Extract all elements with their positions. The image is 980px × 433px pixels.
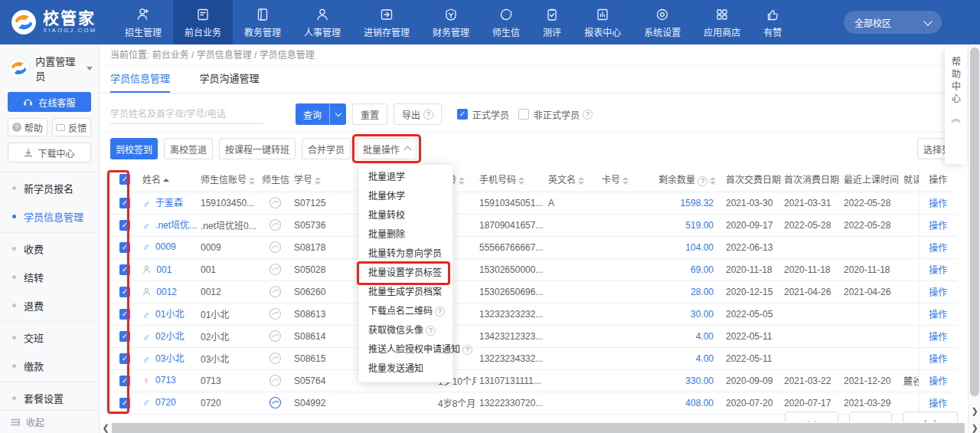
nav-item-sschat[interactable]: 师生信 — [481, 0, 531, 44]
nav-item-settings[interactable]: 系统设置 — [632, 0, 692, 44]
sidebar-item-student-info[interactable]: 学员信息管理 — [0, 202, 99, 231]
row-action-link[interactable]: 操作 — [929, 354, 947, 365]
column-header-remaining[interactable]: 剩余数量 — [658, 175, 695, 185]
feedback-button[interactable]: 反馈 — [52, 118, 92, 136]
row-checkbox[interactable] — [119, 376, 130, 386]
sschat-icon[interactable] — [269, 396, 282, 409]
student-name-link[interactable]: 02小北 — [155, 331, 184, 342]
row-checkbox[interactable] — [119, 331, 130, 342]
row-checkbox[interactable] — [119, 242, 130, 253]
row-action-link[interactable]: 操作 — [929, 399, 947, 409]
sort-icon[interactable] — [578, 177, 584, 185]
vertical-scrollbar[interactable]: ❯ ❯ — [968, 44, 980, 433]
student-name-link[interactable]: 0012 — [156, 287, 177, 297]
student-name-link[interactable]: 03小北 — [155, 353, 184, 364]
arrive-signin-button[interactable]: 到校签到 — [110, 138, 158, 159]
reset-button[interactable]: 重置 — [352, 103, 387, 125]
sort-icon[interactable] — [622, 177, 629, 185]
column-header-campus[interactable]: 就读 — [903, 175, 919, 185]
row-action-link[interactable]: 操作 — [929, 198, 947, 209]
sort-icon[interactable] — [315, 177, 321, 185]
sort-icon[interactable] — [518, 177, 524, 185]
user-menu[interactable]: 内置管理员 — [0, 44, 99, 90]
vertical-scrollbar-thumb[interactable] — [970, 48, 979, 396]
menu-item-batch-generate-archive[interactable]: 批量生成学员档案 — [359, 283, 452, 302]
row-checkbox[interactable] — [119, 287, 130, 297]
row-checkbox[interactable] — [119, 398, 130, 408]
row-action-link[interactable]: 操作 — [929, 243, 947, 254]
nav-item-inventory[interactable]: 进销存管理 — [352, 0, 421, 44]
sort-icon[interactable] — [163, 179, 169, 183]
row-checkbox[interactable] — [119, 264, 130, 275]
nav-item-hr[interactable]: 人事管理 — [292, 0, 352, 44]
menu-item-download-qrcode[interactable]: 下载点名二维码? — [359, 302, 452, 321]
menu-item-get-wechat-avatar[interactable]: 获取微信头像? — [359, 321, 452, 340]
menu-item-batch-delete[interactable]: 批量删除 — [359, 225, 452, 244]
query-dropdown-toggle[interactable] — [329, 103, 346, 125]
student-name-link[interactable]: 01小北 — [155, 309, 184, 320]
leave-signout-button[interactable]: 离校签退 — [164, 138, 213, 159]
column-header-first-pay[interactable]: 首次交费日期 — [726, 175, 781, 185]
online-service-button[interactable]: 在线客服 — [8, 92, 91, 112]
sidebar-item-package[interactable]: 套餐设置 — [0, 384, 99, 412]
menu-item-push-face-auth[interactable]: 推送人脸授权申请通知? — [359, 340, 452, 359]
horizontal-scrollbar-thumb[interactable] — [112, 423, 965, 433]
student-name-link[interactable]: 001 — [156, 264, 172, 275]
column-header-last-class[interactable]: 最近上课时间 — [844, 175, 899, 185]
search-input[interactable] — [110, 104, 263, 124]
nav-item-youzan[interactable]: 有赞 — [752, 0, 793, 44]
row-action-link[interactable]: 操作 — [929, 221, 947, 231]
batch-operations-button[interactable]: 批量操作 — [357, 138, 416, 159]
sschat-icon[interactable] — [269, 352, 282, 365]
student-name-link[interactable]: 于鉴森 — [155, 198, 183, 208]
sschat-icon[interactable] — [269, 374, 282, 387]
sidebar-item-shift[interactable]: 交班 — [0, 323, 99, 352]
download-center-button[interactable]: 下载中心 — [8, 143, 91, 162]
sschat-icon[interactable] — [269, 330, 282, 343]
menu-item-batch-send-notice[interactable]: 批量发送通知 — [359, 359, 452, 379]
row-checkbox[interactable] — [119, 353, 130, 364]
menu-item-batch-dropout[interactable]: 批量退学 — [359, 168, 452, 187]
column-header-sschat-account[interactable]: 师生信账号 — [201, 175, 247, 185]
column-header-phone[interactable]: 手机号码 — [479, 175, 516, 185]
sschat-icon[interactable] — [269, 285, 282, 298]
nav-item-app-store[interactable]: 应用商店 — [692, 0, 752, 44]
menu-item-batch-to-prospect[interactable]: 批量转为意向学员 — [359, 244, 452, 264]
help-button[interactable]: ? 帮助 — [8, 118, 47, 136]
export-button[interactable]: 导出 ? — [394, 103, 442, 125]
sidebar-item-payment[interactable]: 缴款 — [0, 352, 99, 380]
column-header-first-consume[interactable]: 首次消费日期 — [784, 175, 839, 185]
help-center-tab[interactable]: 帮助中心 《 — [945, 48, 966, 164]
formal-student-checkbox[interactable] — [457, 109, 468, 120]
student-name-link[interactable]: .net培优... — [155, 220, 197, 231]
horizontal-scrollbar[interactable]: ❮ — [100, 422, 968, 433]
sidebar-item-new-student[interactable]: 新学员报名 — [0, 174, 99, 202]
sschat-icon[interactable] — [269, 263, 282, 276]
row-action-link[interactable]: 操作 — [929, 310, 947, 320]
menu-item-batch-transfer-school[interactable]: 批量转校 — [359, 206, 452, 225]
row-checkbox[interactable] — [119, 220, 130, 231]
row-action-link[interactable]: 操作 — [929, 287, 947, 298]
column-header-english-name[interactable]: 英文名 — [548, 175, 576, 185]
student-name-link[interactable]: 0713 — [155, 375, 176, 385]
scroll-down-icon[interactable]: ❯ — [969, 403, 980, 418]
sort-icon[interactable] — [459, 177, 465, 185]
scroll-left-icon[interactable]: ❮ — [100, 422, 112, 433]
sidebar-collapse-button[interactable]: 收起 — [0, 410, 99, 433]
nav-item-reports[interactable]: 报表中心 — [573, 0, 632, 44]
column-header-sschat[interactable]: 师生信 — [262, 175, 289, 185]
sschat-icon[interactable] — [269, 307, 282, 320]
menu-item-batch-suspend[interactable]: 批量休学 — [359, 187, 452, 206]
sschat-icon[interactable] — [269, 218, 282, 231]
column-header-name[interactable]: 姓名 — [142, 175, 161, 185]
nav-item-enrollment[interactable]: 招生管理 — [113, 0, 173, 44]
merge-students-button[interactable]: 合并学员 — [302, 138, 351, 159]
row-action-link[interactable]: 操作 — [929, 265, 947, 276]
nav-item-finance[interactable]: 财务管理 — [421, 0, 481, 44]
row-action-link[interactable]: 操作 — [929, 332, 947, 343]
tab-student-info-management[interactable]: 学员信息管理 — [110, 66, 170, 93]
student-name-link[interactable]: 0720 — [155, 397, 176, 408]
nav-item-assessment[interactable]: 测评 — [531, 0, 573, 44]
scroll-right-icon[interactable]: ❯ — [969, 422, 980, 433]
sschat-icon[interactable] — [269, 196, 282, 209]
